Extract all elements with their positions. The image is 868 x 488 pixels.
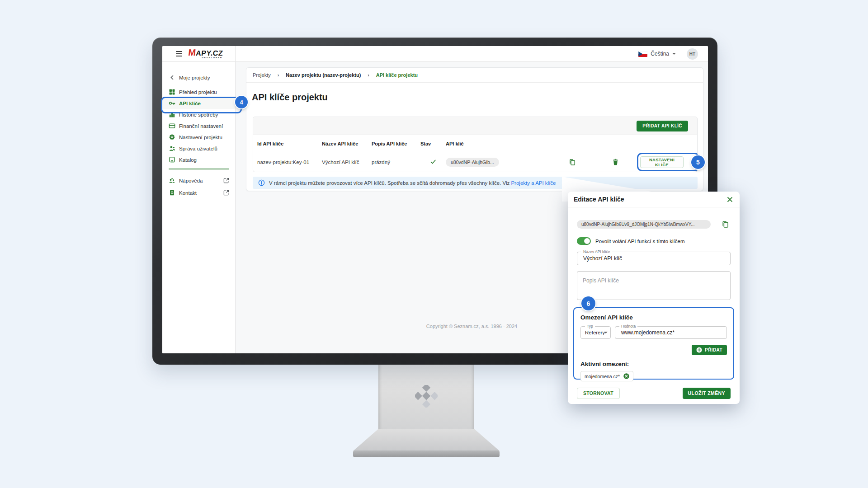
chevron-down-icon [672,53,676,55]
breadcrumb-projekty[interactable]: Projekty [253,72,271,78]
sidebar: Moje projekty Přehled projektu API klíče… [162,62,236,353]
monitor-brand-x-logo [415,385,438,409]
sidebar-divider [169,169,229,169]
info-link[interactable]: Projekty a API klíče [511,180,556,186]
restriction-value-input[interactable]: Hodnota www.mojedomena.cz* [615,326,727,339]
remove-chip-icon[interactable] [623,373,629,379]
cell-key-id: nazev-projektu:Key-01 [257,160,322,165]
column-header-description: Popis API klíče [372,141,420,146]
mapy-cz-logo[interactable]: MAPY.CZ DEVELOPER [188,49,223,59]
chevron-down-icon [604,332,608,333]
column-header-name: Název API klíče [322,141,372,146]
save-changes-button[interactable]: ULOŽIT ZMĚNY [683,388,731,399]
annotation-badge-5: 5 [691,155,705,169]
breadcrumb-nazev-projektu[interactable]: Nazev projektu (nazev-projektu) [286,72,361,78]
credit-card-icon [169,122,175,129]
restriction-type-select[interactable]: Typ Referery [580,326,611,339]
sidebar-link-kontakt[interactable]: Kontakt [162,187,235,198]
sidebar-item-historie-spotreby[interactable]: Historie spotřeby [162,109,235,120]
dashboard-icon [169,89,175,95]
bar-chart-icon [169,111,175,118]
column-header-key: API klíč [446,141,554,146]
sidebar-item-financni-nastaveni[interactable]: Finanční nastavení [162,120,235,131]
api-key-chip: u80vdNP-AlujhGIb... [446,158,499,167]
restrictions-heading: Omezení API klíče [580,314,727,321]
info-text: V rámci projektu můžete provozovat více … [269,180,556,186]
add-restriction-button[interactable]: PŘIDAT [692,345,727,355]
description-placeholder: Popis API klíče [583,277,619,284]
sidebar-item-nastaveni-projektu[interactable]: Nastavení projektu [162,131,235,143]
monitor-stand-base-rim [353,450,500,457]
external-link-icon [223,178,229,183]
info-icon [258,179,265,186]
cell-key-description: prázdný [372,160,420,165]
status-check-icon [429,158,437,166]
language-label: Čeština [651,51,669,57]
cell-key-name: Výchozí API klíč [322,160,372,165]
key-settings-button[interactable]: NASTAVENÍ KLÍČE [640,156,684,168]
logo-text: APY.CZ [195,49,223,57]
add-api-key-button[interactable]: PŘIDAT API KLÍČ [637,121,688,131]
toggle-label: Povolit volání API funkcí s tímto klíčem [595,239,685,244]
sidebar-item-katalog[interactable]: Katalog [162,154,235,165]
annotation-badge-6: 6 [581,296,595,310]
modal-title: Editace API klíče [574,196,624,203]
monitor-stand-base [353,429,500,451]
breadcrumb-api-klice-projektu: API klíče projektu [376,72,418,78]
external-link-icon [223,190,229,196]
modal-header: Editace API klíče [568,192,740,207]
annotation-badge-4: 4 [235,96,248,108]
avatar[interactable]: HT [687,48,698,60]
restriction-chip: mojedomena.cz* [580,371,633,381]
contact-icon [169,189,175,196]
restrictions-fields: Typ Referery Hodnota www.mojedomena.cz* [580,326,727,339]
description-textarea[interactable]: Popis API klíče [577,271,731,300]
content-card: Projekty › Nazev projektu (nazev-projekt… [246,67,703,191]
logo-subtitle: DEVELOPER [202,56,222,59]
chevron-right-icon: › [368,73,369,78]
column-header-id: Id API klíče [257,141,322,146]
close-icon[interactable] [726,196,733,203]
page-title: API klíče projektu [252,92,703,103]
catalog-icon [169,156,175,163]
topbar-right: Čeština HT [638,48,708,60]
key-icon [169,100,175,107]
copy-icon[interactable] [720,219,731,230]
api-key-value: u80vdNP-AlujhGIb6Uv9_dJOMjg1N-QkYb5IwBmw… [577,220,711,229]
modal-footer: STORNOVAT ULOŽIT ZMĚNY [568,382,740,404]
sidebar-item-sprava-uzivatelu[interactable]: Správa uživatelů [162,143,235,154]
topbar: MAPY.CZ DEVELOPER Čeština HT [162,46,708,62]
edit-api-key-modal: Editace API klíče u80vdNP-AlujhGIb6Uv9_d… [568,192,740,404]
active-restrictions-heading: Aktivní omezení: [580,361,727,367]
table-toolbar: PŘIDAT API KLÍČ [253,117,697,135]
api-keys-table: PŘIDAT API KLÍČ Id API klíče Název API k… [253,117,698,172]
sidebar-link-napoveda[interactable]: Nápověda [162,175,235,186]
sidebar-back-my-projects[interactable]: Moje projekty [162,72,235,83]
table-header-row: Id API klíče Název API klíče Popis API k… [253,135,697,152]
users-icon [169,145,175,152]
language-selector[interactable]: Čeština [638,51,676,57]
chevron-left-icon [169,74,175,81]
chevron-right-icon: › [278,73,279,78]
stage: MAPY.CZ DEVELOPER Čeština HT [0,0,868,488]
key-name-label: Název API klíče [581,249,612,254]
copy-icon[interactable] [567,157,577,167]
column-header-status: Stav [420,141,446,146]
api-enabled-toggle[interactable] [577,237,591,245]
breadcrumb: Projekty › Nazev projektu (nazev-projekt… [246,68,703,83]
key-name-value: Výchozí API klíč [577,252,730,265]
api-key-row: u80vdNP-AlujhGIb6Uv9_dJOMjg1N-QkYb5IwBmw… [577,219,731,230]
cancel-button[interactable]: STORNOVAT [577,388,620,399]
hamburger-menu-icon[interactable] [176,51,182,56]
api-enabled-row: Povolit volání API funkcí s tímto klíčem [577,237,731,245]
sidebar-item-prehled-projektu[interactable]: Přehled projektu [162,86,235,98]
key-name-input[interactable]: Název API klíče Výchozí API klíč [577,252,731,265]
restrictions-section: Omezení API klíče Typ Referery Hodnota w… [573,307,734,380]
gear-icon [169,134,175,141]
czech-flag-icon [638,51,647,57]
table-row: nazev-projektu:Key-01 Výchozí API klíč p… [253,152,697,172]
help-icon [169,177,175,184]
info-bar: V rámci projektu můžete provozovat více … [253,177,698,189]
sidebar-item-api-klice[interactable]: API klíče [162,98,235,109]
trash-icon[interactable] [611,157,620,167]
